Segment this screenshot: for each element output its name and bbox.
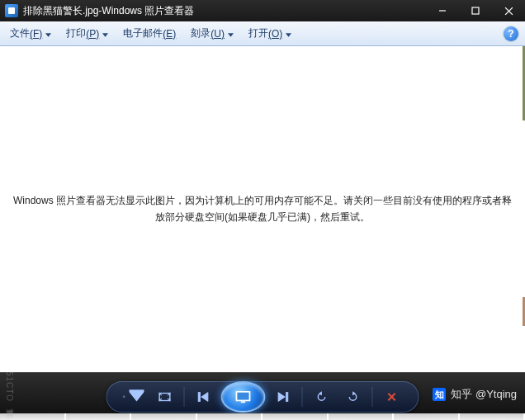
help-icon: ?: [508, 28, 513, 40]
menu-open-label: 打开: [248, 26, 268, 40]
svg-marker-13: [130, 390, 144, 399]
menu-print-accel: (P): [86, 28, 99, 40]
viewer-content: Windows 照片查看器无法显示此图片，因为计算机上的可用内存可能不足。请关闭…: [0, 46, 525, 372]
next-button[interactable]: [272, 386, 294, 408]
rotate-cw-button[interactable]: [343, 386, 364, 408]
close-button[interactable]: [492, 0, 525, 21]
menu-email[interactable]: 电子邮件(E): [118, 25, 181, 42]
menu-file-accel: (F): [30, 28, 42, 40]
menu-open[interactable]: 打开(O): [244, 25, 296, 42]
svg-marker-23: [353, 392, 356, 395]
separator: [302, 387, 303, 407]
svg-marker-5: [45, 33, 51, 36]
svg-marker-20: [278, 393, 285, 402]
menu-burn[interactable]: 刻录(U): [186, 25, 239, 42]
bottom-toolbar: [0, 372, 525, 420]
fit-button[interactable]: [154, 386, 176, 408]
svg-line-10: [125, 397, 125, 398]
svg-rect-15: [198, 393, 200, 402]
svg-marker-8: [286, 33, 291, 36]
rotate-ccw-button[interactable]: [311, 386, 333, 408]
help-button[interactable]: ?: [504, 26, 518, 41]
menu-burn-accel: (U): [210, 28, 225, 40]
menu-file-label: 文件: [10, 26, 30, 40]
error-line-1: Windows 照片查看器无法显示此图片，因为计算机上的可用内存可能不足。请关闭…: [13, 195, 512, 206]
svg-rect-2: [472, 7, 479, 14]
zoom-button[interactable]: [123, 386, 144, 408]
minimize-button[interactable]: [426, 0, 459, 21]
app-icon: [5, 4, 18, 17]
thumbnail-peek: [0, 413, 525, 420]
previous-button[interactable]: [193, 386, 215, 408]
svg-marker-7: [228, 33, 234, 36]
delete-button[interactable]: [381, 386, 403, 408]
error-message: Windows 照片查看器无法显示此图片，因为计算机上的可用内存可能不足。请关闭…: [5, 193, 520, 224]
svg-rect-0: [8, 7, 15, 14]
menu-bar: 文件(F) 打印(P) 电子邮件(E) 刻录(U) 打开(O) ?: [0, 21, 525, 46]
window-title-filename: 排除黑猫警长.jpg: [23, 4, 98, 18]
chevron-down-icon: [228, 28, 234, 40]
maximize-button[interactable]: [459, 0, 492, 21]
menu-burn-label: 刻录: [191, 26, 210, 40]
menu-email-accel: (E): [163, 28, 176, 40]
chevron-down-icon: [45, 28, 51, 40]
window-title-app: Windows 照片查看器: [102, 4, 194, 18]
svg-marker-16: [201, 393, 208, 402]
chevron-down-icon: [286, 28, 291, 40]
svg-rect-18: [237, 393, 248, 400]
error-line-2: 放部分硬盘空间(如果硬盘几乎已满)，然后重试。: [155, 211, 370, 223]
svg-marker-6: [102, 33, 108, 36]
menu-file[interactable]: 文件(F): [5, 25, 56, 42]
menu-print[interactable]: 打印(P): [61, 25, 113, 42]
chevron-down-icon: [102, 28, 108, 40]
menu-open-accel: (O): [268, 28, 282, 40]
toolbar-pill: [106, 381, 419, 413]
menu-print-label: 打印: [66, 26, 86, 40]
title-bar: 排除黑猫警长.jpg - Windows 照片查看器: [0, 0, 525, 21]
svg-rect-21: [286, 393, 288, 402]
svg-marker-22: [319, 392, 322, 395]
svg-rect-19: [241, 401, 245, 403]
separator: [184, 387, 185, 407]
menu-email-label: 电子邮件: [123, 26, 163, 40]
slideshow-button[interactable]: [221, 381, 266, 413]
separator: [372, 387, 373, 407]
chevron-down-icon: [130, 388, 144, 406]
